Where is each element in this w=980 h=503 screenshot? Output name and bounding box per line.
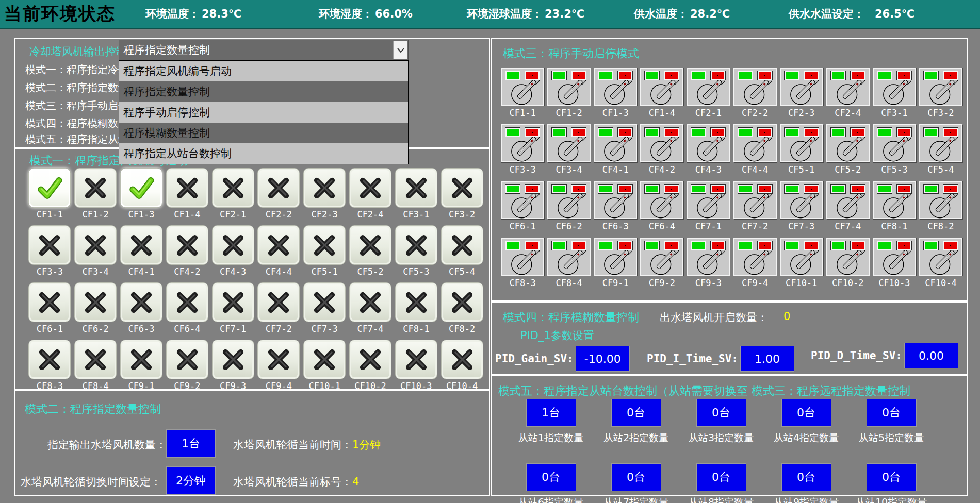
fan-enable-button[interactable] bbox=[303, 225, 346, 265]
slave-count-value-box[interactable]: 0台 bbox=[696, 399, 746, 427]
dropdown-option[interactable]: 程序指定从站台数控制 bbox=[119, 143, 408, 164]
rotary-switch-icon[interactable] bbox=[643, 79, 681, 106]
manual-switch-card[interactable] bbox=[501, 238, 544, 276]
dropdown-option[interactable]: 程序指定数量控制 bbox=[119, 81, 408, 102]
rotary-switch-icon[interactable] bbox=[643, 136, 681, 162]
fan-enable-button[interactable] bbox=[212, 225, 254, 265]
rotary-switch-icon[interactable] bbox=[503, 79, 542, 106]
slave-count-value-box[interactable]: 0台 bbox=[696, 463, 746, 491]
manual-switch-card[interactable] bbox=[826, 238, 870, 276]
manual-switch-card[interactable] bbox=[501, 181, 544, 219]
set-count-value-box[interactable]: 1台 bbox=[166, 429, 216, 458]
slave-count-value-box[interactable]: 0台 bbox=[611, 463, 661, 491]
manual-switch-card[interactable] bbox=[733, 68, 777, 106]
fan-enable-button[interactable] bbox=[303, 282, 346, 322]
manual-switch-card[interactable] bbox=[826, 68, 870, 106]
rotary-switch-icon[interactable] bbox=[503, 192, 542, 219]
rotary-switch-icon[interactable] bbox=[596, 79, 634, 106]
manual-switch-card[interactable] bbox=[733, 181, 777, 219]
rotary-switch-icon[interactable] bbox=[689, 79, 727, 106]
manual-switch-card[interactable] bbox=[501, 124, 544, 162]
pid-parameter-value-box[interactable]: 1.00 bbox=[740, 346, 794, 372]
rotary-switch-icon[interactable] bbox=[550, 136, 588, 162]
fan-enable-button[interactable] bbox=[303, 340, 346, 379]
fan-enable-button[interactable] bbox=[441, 225, 483, 265]
rotary-switch-icon[interactable] bbox=[829, 136, 867, 162]
fan-enable-button[interactable] bbox=[441, 168, 483, 208]
manual-switch-card[interactable] bbox=[780, 181, 823, 219]
manual-switch-card[interactable] bbox=[780, 68, 823, 106]
manual-switch-card[interactable] bbox=[547, 238, 591, 276]
pid-parameter-value-box[interactable]: 0.00 bbox=[904, 343, 958, 368]
manual-switch-card[interactable] bbox=[919, 181, 962, 219]
manual-switch-card[interactable] bbox=[547, 181, 591, 219]
manual-switch-card[interactable] bbox=[687, 124, 730, 162]
fan-enable-button[interactable] bbox=[212, 282, 254, 322]
manual-switch-card[interactable] bbox=[501, 68, 544, 106]
slave-count-value-box[interactable]: 0台 bbox=[781, 399, 831, 427]
manual-switch-card[interactable] bbox=[594, 124, 637, 162]
rotary-switch-icon[interactable] bbox=[922, 79, 960, 106]
fan-enable-button[interactable] bbox=[257, 282, 300, 322]
fan-enable-button[interactable] bbox=[166, 225, 208, 265]
manual-switch-card[interactable] bbox=[594, 181, 637, 219]
fan-enable-button[interactable] bbox=[120, 340, 162, 379]
fan-enable-button[interactable] bbox=[349, 225, 391, 265]
rotary-switch-icon[interactable] bbox=[922, 192, 960, 219]
manual-switch-card[interactable] bbox=[919, 68, 962, 106]
fan-enable-button[interactable] bbox=[166, 340, 208, 379]
fan-enable-button[interactable] bbox=[212, 340, 254, 379]
fan-enable-button[interactable] bbox=[257, 340, 300, 379]
fan-enable-button[interactable] bbox=[74, 340, 117, 379]
rotary-switch-icon[interactable] bbox=[829, 192, 867, 219]
rotary-switch-icon[interactable] bbox=[922, 136, 960, 162]
dropdown-option[interactable]: 程序指定风机编号启动 bbox=[119, 61, 408, 81]
rotary-switch-icon[interactable] bbox=[643, 249, 681, 276]
rotary-switch-icon[interactable] bbox=[922, 249, 960, 276]
rotary-switch-icon[interactable] bbox=[875, 192, 913, 219]
rotary-switch-icon[interactable] bbox=[550, 192, 588, 219]
slave-count-value-box[interactable]: 0台 bbox=[526, 463, 576, 491]
dropdown-option[interactable]: 程序手动启停控制 bbox=[119, 102, 408, 123]
manual-switch-card[interactable] bbox=[687, 238, 730, 276]
manual-switch-card[interactable] bbox=[687, 181, 730, 219]
dropdown-option[interactable]: 程序模糊数量控制 bbox=[119, 123, 408, 143]
rotary-switch-icon[interactable] bbox=[503, 136, 542, 162]
fan-enable-button[interactable] bbox=[28, 282, 71, 322]
rotary-switch-icon[interactable] bbox=[736, 192, 774, 219]
slave-count-value-box[interactable]: 0台 bbox=[867, 463, 917, 491]
rotary-switch-icon[interactable] bbox=[596, 192, 634, 219]
fan-enable-button[interactable] bbox=[28, 168, 71, 208]
manual-switch-card[interactable] bbox=[873, 124, 916, 162]
rotary-switch-icon[interactable] bbox=[736, 79, 774, 106]
rotary-switch-icon[interactable] bbox=[596, 249, 634, 276]
manual-switch-card[interactable] bbox=[640, 181, 683, 219]
fan-enable-button[interactable] bbox=[166, 282, 208, 322]
rotary-switch-icon[interactable] bbox=[782, 249, 821, 276]
fan-enable-button[interactable] bbox=[120, 168, 162, 208]
fan-enable-button[interactable] bbox=[303, 168, 346, 208]
rotary-switch-icon[interactable] bbox=[829, 79, 867, 106]
rotary-switch-icon[interactable] bbox=[689, 249, 727, 276]
manual-switch-card[interactable] bbox=[640, 124, 683, 162]
manual-switch-card[interactable] bbox=[873, 68, 916, 106]
rotary-switch-icon[interactable] bbox=[596, 136, 634, 162]
fan-enable-button[interactable] bbox=[441, 340, 483, 379]
fan-enable-button[interactable] bbox=[120, 225, 162, 265]
rotary-switch-icon[interactable] bbox=[550, 249, 588, 276]
rotary-switch-icon[interactable] bbox=[503, 249, 542, 276]
fan-enable-button[interactable] bbox=[74, 168, 117, 208]
fan-enable-button[interactable] bbox=[28, 225, 71, 265]
manual-switch-card[interactable] bbox=[594, 68, 637, 106]
manual-switch-card[interactable] bbox=[687, 68, 730, 106]
manual-switch-card[interactable] bbox=[733, 238, 777, 276]
fan-enable-button[interactable] bbox=[74, 225, 117, 265]
manual-switch-card[interactable] bbox=[826, 181, 870, 219]
rotary-switch-icon[interactable] bbox=[782, 79, 821, 106]
fan-enable-button[interactable] bbox=[395, 168, 437, 208]
fan-enable-button[interactable] bbox=[395, 340, 437, 379]
rotary-switch-icon[interactable] bbox=[736, 249, 774, 276]
manual-switch-card[interactable] bbox=[733, 124, 777, 162]
rotary-switch-icon[interactable] bbox=[736, 136, 774, 162]
rotary-switch-icon[interactable] bbox=[875, 79, 913, 106]
